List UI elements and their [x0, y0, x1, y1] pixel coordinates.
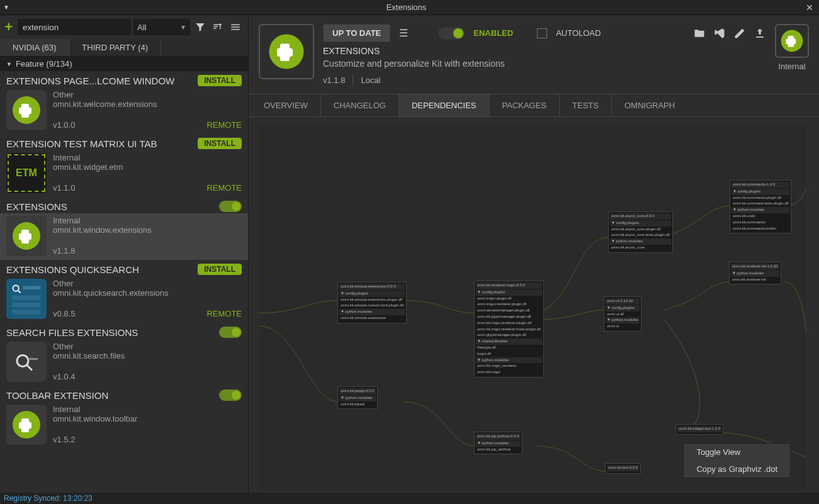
svg-rect-8: [13, 310, 41, 315]
graph-node[interactable]: omni.kit.test-0.0.0: [605, 463, 641, 474]
graph-node[interactable]: omni.kit.pipapi-0.0.0▼ python.modulesomn…: [337, 386, 378, 409]
extension-category: Other: [53, 90, 242, 99]
export-icon[interactable]: [754, 27, 766, 40]
search-input[interactable]: [18, 19, 131, 35]
update-button[interactable]: UP TO DATE: [323, 24, 390, 42]
extension-item[interactable]: EXTENIONS PAGE...LCOME WINDOWINSTALLOthe…: [0, 71, 248, 134]
context-menu-copy-dot[interactable]: Copy as Graphviz .dot: [684, 461, 790, 478]
svg-rect-6: [13, 295, 41, 300]
detail-header: UP TO DATE ☰ ENABLED AUTOLOAD EXTEN: [249, 15, 819, 94]
extension-status: REMOTE: [206, 309, 242, 318]
extension-item[interactable]: SEARCH FILES EXTENSIONSOtheromni.kit.sea…: [0, 323, 248, 386]
detail-tab-dependencies[interactable]: DEPENDENCIES: [399, 94, 490, 116]
filter-icon[interactable]: [193, 20, 208, 35]
extension-icon: [6, 342, 47, 382]
extension-category: Other: [53, 342, 242, 351]
chevron-down-icon: ▼: [180, 24, 186, 31]
graph-node[interactable]: omni.kit.widget.text-1.2.0: [675, 424, 723, 435]
graph-node[interactable]: omni.kit.window.extensions-0.0.0▼ config…: [337, 282, 407, 323]
svg-rect-9: [11, 347, 42, 377]
filter-dropdown[interactable]: All ▼: [133, 19, 190, 35]
source-tabs: NVIDIA (63) THIRD PARTY (4): [0, 39, 248, 57]
autoload-label: AUTOLOAD: [556, 28, 601, 38]
graph-node[interactable]: omni.kit.commands-1.4.0▼ config.pluginso…: [730, 180, 791, 233]
extension-id: omni.kit.window.extensions: [53, 225, 242, 235]
extension-toggle[interactable]: [219, 201, 242, 212]
extension-status: REMOTE: [206, 120, 242, 130]
dependency-graph[interactable]: Toggle View Copy as Graphviz .dot omni.k…: [259, 123, 806, 491]
detail-tab-omnigraph[interactable]: OMNIGRAPH: [612, 94, 687, 116]
tab-nvidia[interactable]: NVIDIA (63): [0, 39, 69, 56]
extension-version: v1.1.8: [53, 246, 75, 255]
chevron-down-icon: ▼: [6, 61, 12, 67]
status-bar: Registry Synced: 13:20:23: [0, 493, 819, 504]
graph-node[interactable]: omni.kit.async_core-0.0.0▼ config.plugin…: [608, 211, 673, 253]
enabled-toggle[interactable]: [438, 27, 465, 40]
extension-toggle[interactable]: [219, 389, 242, 401]
extension-id: omni.kit.welcome.extensions: [53, 99, 242, 109]
extension-icon: [6, 216, 47, 256]
extension-icon: ETM: [6, 153, 47, 193]
detail-tab-overview[interactable]: OVERVIEW: [251, 94, 321, 116]
extension-version: v1.0.0: [53, 120, 75, 130]
extension-item[interactable]: EXTENSIONSInternalomni.kit.window.extens…: [0, 197, 248, 260]
graph-node[interactable]: omni.kit.renderer.imgui-0.0.0▼ config.pl…: [474, 281, 544, 378]
detail-icon: [259, 24, 314, 79]
extension-icon: [6, 279, 47, 319]
detail-tab-tests[interactable]: TESTS: [560, 94, 612, 116]
detail-tabs: OVERVIEWCHANGELOGDEPENDENCIESPACKAGESTES…: [249, 94, 819, 117]
extension-name: TOOLBAR EXTENSION: [6, 390, 108, 401]
edit-icon[interactable]: [733, 27, 746, 40]
install-button[interactable]: INSTALL: [198, 138, 242, 149]
enabled-label: ENABLED: [473, 28, 513, 38]
extension-id: omni.kit.quicksearch.extensions: [53, 288, 242, 298]
extension-category: Internal: [53, 153, 242, 162]
extension-list[interactable]: EXTENIONS PAGE...LCOME WINDOWINSTALLOthe…: [0, 71, 248, 503]
close-icon[interactable]: ✕: [800, 3, 819, 13]
detail-location: Local: [361, 76, 380, 85]
autoload-checkbox[interactable]: [537, 28, 547, 38]
filter-dropdown-label: All: [137, 23, 146, 32]
extension-item[interactable]: TOOLBAR EXTENSIONInternalomni.kit.window…: [0, 386, 248, 449]
add-icon[interactable]: +: [3, 19, 15, 35]
detail-tab-packages[interactable]: PACKAGES: [490, 94, 560, 116]
vscode-icon[interactable]: [713, 27, 726, 40]
graph-node[interactable]: omni.ui-2.14.22▼ config.pluginsomni.ui.d…: [604, 296, 641, 332]
menu-icon[interactable]: [228, 20, 243, 35]
detail-tab-changelog[interactable]: CHANGELOG: [321, 94, 399, 116]
install-button[interactable]: INSTALL: [198, 75, 242, 86]
titlebar: ▼ Extensions ✕: [0, 0, 819, 15]
detail-panel: UP TO DATE ☰ ENABLED AUTOLOAD EXTEN: [249, 15, 819, 503]
status-text: Registry Synced: 13:20:23: [4, 494, 93, 503]
hamburger-icon[interactable]: ☰: [399, 27, 408, 39]
tab-third-party[interactable]: THIRD PARTY (4): [69, 39, 161, 56]
svg-rect-12: [30, 358, 38, 360]
extension-name: EXTENSION TEST MATRIX UI TAB: [6, 138, 157, 149]
graph-node[interactable]: omni.kit.pip.archive-0.0.0▼ python.modul…: [474, 432, 522, 454]
extension-version: v0.8.5: [53, 309, 75, 318]
extension-name: SEARCH FILES EXTENSIONS: [6, 327, 138, 338]
sort-icon[interactable]: [210, 20, 225, 35]
detail-version: v1.1.8: [323, 76, 345, 85]
install-button[interactable]: INSTALL: [198, 264, 242, 275]
extension-status: REMOTE: [206, 183, 242, 193]
extension-category: Internal: [53, 405, 242, 414]
category-label: Feature (9/134): [16, 59, 72, 69]
extension-icon: [6, 90, 47, 130]
open-folder-icon[interactable]: [693, 27, 706, 40]
category-header[interactable]: ▼ Feature (9/134): [0, 57, 248, 71]
extension-version: v1.0.4: [53, 372, 75, 381]
context-menu-toggle-view[interactable]: Toggle View: [684, 444, 790, 461]
graph-node[interactable]: omni.kit.renderer.init-1.0.20▼ python.mo…: [729, 262, 781, 284]
extension-toggle[interactable]: [219, 327, 242, 338]
detail-description: Customize and personalize Kit with exten…: [323, 59, 766, 69]
extension-id: omni.kit.window.toolbar: [53, 414, 242, 423]
badge-label: Internal: [775, 62, 809, 71]
titlebar-chevron-icon[interactable]: ▼: [0, 4, 13, 11]
left-panel: + All ▼ NVIDIA (63) THIRD PARTY (4) ▼ Fe…: [0, 15, 249, 503]
badge-icon: [775, 24, 809, 58]
extension-item[interactable]: EXTENSIONS QUICKSEARCHINSTALLOtheromni.k…: [0, 260, 248, 323]
extension-name: EXTENSIONS QUICKSEARCH: [6, 264, 139, 275]
extension-item[interactable]: EXTENSION TEST MATRIX UI TABINSTALLETMIn…: [0, 134, 248, 197]
svg-rect-7: [13, 303, 41, 308]
